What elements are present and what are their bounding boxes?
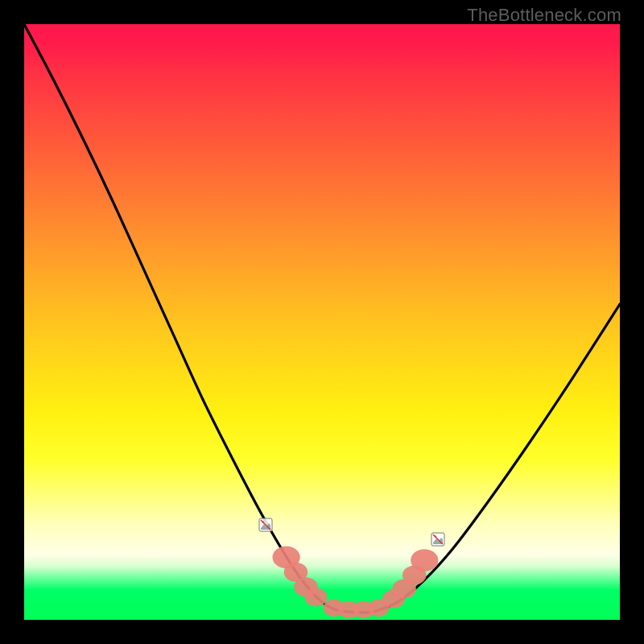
attribution-text: TheBottleneck.com (467, 5, 621, 26)
null-icon-left (258, 518, 273, 532)
bead-markers (273, 546, 439, 618)
right-bead-4 (411, 549, 438, 572)
curve-svg (24, 24, 620, 620)
chart-frame: TheBottleneck.com (0, 0, 644, 644)
bottleneck-curve (24, 24, 620, 613)
left-bead-4 (305, 588, 328, 607)
null-icon-right (431, 532, 445, 547)
plot-gradient-area (24, 24, 620, 620)
